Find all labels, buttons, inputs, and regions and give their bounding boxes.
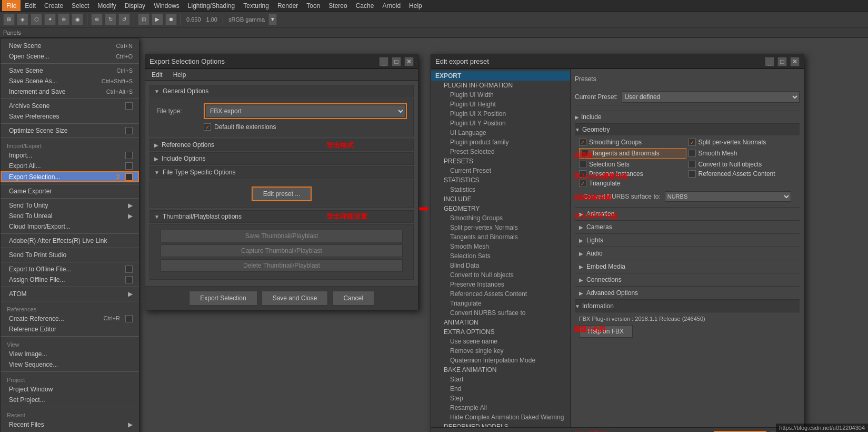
tree-nurbs[interactable]: Convert NURBS surface to [431, 308, 570, 318]
tree-preserve[interactable]: Preserve Instances [431, 280, 570, 289]
tree-plugin-x[interactable]: Plugin UI X Position [431, 109, 570, 119]
selection-sets-check[interactable] [579, 161, 586, 168]
toolbar-btn-4[interactable]: ✦ [44, 14, 56, 25]
toolbar-btn-2[interactable]: ◈ [17, 14, 28, 25]
include-expand[interactable]: ▶ Include [575, 111, 800, 123]
menu-increment-save[interactable]: Increment and Save Ctrl+Alt+S [1, 86, 139, 97]
geometry-expand[interactable]: ▼ Geometry [575, 123, 800, 135]
menu-open-scene[interactable]: Open Scene... Ctrl+O [1, 51, 139, 62]
tree-include[interactable]: INCLUDE [431, 194, 570, 204]
reference-options-header[interactable]: ▶ Reference Options [149, 139, 414, 151]
help-fbx-btn[interactable]: Help on FBX [579, 325, 633, 338]
tree-preset-selected[interactable]: Preset Selected [431, 147, 570, 156]
tree-plugin-width[interactable]: Plugin UI Width [431, 90, 570, 100]
menu-recent-increments[interactable]: Recent Increments ▶ [1, 430, 139, 432]
menu-assign-offline[interactable]: Assign Offline File... [1, 274, 139, 285]
embed-media-row[interactable]: ▶ Embed Media [575, 260, 800, 273]
tree-ref-assets[interactable]: Referenced Assets Content [431, 289, 570, 299]
tree-statistics[interactable]: STATISTICS [431, 175, 570, 185]
info-expand[interactable]: ▼ Information [575, 300, 800, 312]
menu-cache[interactable]: Cache [352, 0, 378, 11]
cameras-row[interactable]: ▶ Cameras [575, 220, 800, 233]
tree-animation[interactable]: ANIMATION [431, 318, 570, 327]
tangents-check[interactable] [582, 150, 589, 157]
menu-after-effects[interactable]: Adobe(R) After Effects(R) Live Link [1, 235, 139, 246]
gamma-dropdown[interactable]: ▼ [268, 14, 277, 25]
menu-save-scene-as[interactable]: Save Scene As... Ctrl+Shift+S [1, 76, 139, 86]
toolbar-btn-8[interactable]: ↻ [105, 14, 116, 25]
connections-row[interactable]: ▶ Connections [575, 273, 800, 286]
toolbar-btn-10[interactable]: ⊡ [138, 14, 149, 25]
tree-end[interactable]: End [431, 384, 570, 394]
tree-ui-lang[interactable]: UI Language [431, 128, 570, 138]
menu-stereo[interactable]: Stereo [324, 0, 351, 11]
tree-triangulate[interactable]: Triangulate [431, 299, 570, 308]
menu-render[interactable]: Render [273, 0, 302, 11]
edit-preset-btn[interactable]: Edit preset ... [252, 186, 312, 201]
menu-help[interactable]: Help [405, 0, 426, 11]
toolbar-btn-7[interactable]: ⊕ [91, 14, 103, 25]
export-dialog-close[interactable]: ✕ [404, 57, 414, 66]
tree-presets[interactable]: PRESETS [431, 156, 570, 166]
toolbar-btn-9[interactable]: ↺ [118, 14, 130, 25]
capture-thumb-btn[interactable]: Capture Thumbnail/Playblast [161, 244, 403, 257]
menu-cloud-import[interactable]: Cloud Import/Export... [1, 221, 139, 232]
export-dialog-minimize[interactable]: _ [379, 57, 388, 66]
tree-geometry[interactable]: GEOMETRY [431, 204, 570, 213]
menu-archive-scene[interactable]: Archive Scene [1, 101, 139, 111]
tree-current-preset[interactable]: Current Preset [431, 166, 570, 175]
toolbar-btn-3[interactable]: ⬡ [31, 14, 42, 25]
export-selection-btn[interactable]: Export Selection [189, 291, 257, 306]
cancel-btn[interactable]: Cancel [332, 291, 374, 306]
tree-selection-sets[interactable]: Selection Sets [431, 251, 570, 261]
menu-display[interactable]: Display [121, 0, 149, 11]
menu-modify[interactable]: Modify [93, 0, 120, 11]
menu-create-reference[interactable]: Create Reference... Ctrl+R [1, 313, 139, 324]
audio-row[interactable]: ▶ Audio [575, 247, 800, 260]
menu-new-scene[interactable]: New Scene Ctrl+N [1, 41, 139, 51]
tree-use-scene[interactable]: Use scene name [431, 337, 570, 346]
export-dialog-maximize[interactable]: □ [392, 57, 401, 66]
tree-stats[interactable]: Statistics [431, 185, 570, 194]
split-normals-check[interactable] [689, 139, 696, 146]
tree-plugin-height[interactable]: Plugin UI Height [431, 100, 570, 109]
toolbar-btn-12[interactable]: ⏺ [165, 14, 177, 25]
toolbar-btn-5[interactable]: ⊛ [58, 14, 69, 25]
include-options-header[interactable]: ▶ Include Options [149, 152, 414, 165]
menu-file[interactable]: File [2, 0, 21, 11]
tree-smoothing[interactable]: Smoothing Groups [431, 213, 570, 223]
menu-view-image[interactable]: View Image... [1, 349, 139, 359]
nurbs-select[interactable]: NURBS [665, 191, 791, 202]
menu-edit[interactable]: Edit [21, 0, 40, 11]
menu-select[interactable]: Select [67, 0, 93, 11]
preserve-check[interactable] [579, 170, 586, 178]
menu-game-exporter[interactable]: Game Exporter [1, 186, 139, 197]
tree-deformed[interactable]: DEFORMED MODELS [431, 422, 570, 427]
triangulate-check[interactable] [579, 180, 586, 187]
tree-resample[interactable]: Resample All [431, 403, 570, 413]
menu-lighting[interactable]: Lighting/Shading [184, 0, 239, 11]
menu-optimize[interactable]: Optimize Scene Size [1, 125, 139, 136]
ref-assets-check[interactable] [689, 170, 696, 178]
tree-plugin-y[interactable]: Plugin UI Y Position [431, 119, 570, 128]
menu-reference-editor[interactable]: Reference Editor [1, 324, 139, 335]
advanced-row[interactable]: ▶ Advanced Options [575, 286, 800, 299]
menu-export-selection[interactable]: Export Selection... 2 [1, 171, 139, 182]
smoothing-groups-check[interactable] [579, 139, 586, 146]
menu-export-all[interactable]: Export All... [1, 161, 139, 171]
menu-project-window[interactable]: Project Window [1, 384, 139, 395]
convert-null-check[interactable] [689, 161, 696, 168]
tree-start[interactable]: Start [431, 375, 570, 384]
menu-save-prefs[interactable]: Save Preferences [1, 111, 139, 122]
tree-plugin-info[interactable]: PLUGIN INFORMATION [431, 81, 570, 90]
menu-create[interactable]: Create [40, 0, 67, 11]
menu-send-unreal[interactable]: Send To Unreal ▶ [1, 211, 139, 221]
export-dialog-menu-help[interactable]: Help [170, 70, 189, 80]
tree-bake[interactable]: BAKE ANIMATION [431, 365, 570, 375]
menu-atom[interactable]: ATOM ▶ [1, 289, 139, 299]
lights-row[interactable]: ▶ Lights [575, 233, 800, 247]
menu-set-project[interactable]: Set Project... [1, 395, 139, 405]
toolbar-btn-11[interactable]: ▶ [152, 14, 163, 25]
tree-remove-key[interactable]: Remove single key [431, 346, 570, 356]
tree-quaternion[interactable]: Quaternion Interpolation Mode [431, 356, 570, 365]
